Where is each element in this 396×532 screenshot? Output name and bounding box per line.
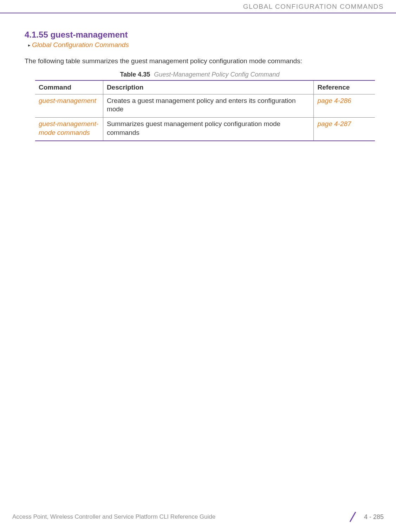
svg-line-0	[350, 512, 356, 522]
intro-paragraph: The following table summarizes the guest…	[25, 57, 375, 66]
cell-command: guest-management-mode commands	[35, 117, 103, 141]
command-table: Command Description Reference guest-mana…	[35, 80, 375, 142]
table-title: Guest-Management Policy Config Command	[154, 71, 279, 78]
cell-reference: page 4-287	[314, 117, 375, 141]
command-link[interactable]: guest-management-mode commands	[39, 120, 98, 136]
table-header-row: Command Description Reference	[35, 80, 375, 94]
command-link[interactable]: guest-management	[39, 97, 96, 104]
table-header-description: Description	[103, 80, 314, 94]
cell-description: Creates a guest management policy and en…	[103, 94, 314, 117]
table-label: Table 4.35	[120, 71, 150, 78]
footer-guide-title: Access Point, Wireless Controller and Se…	[12, 513, 215, 520]
page-number: 4 - 285	[364, 513, 384, 521]
page-header: GLOBAL CONFIGURATION COMMANDS	[0, 0, 396, 13]
cell-reference: page 4-286	[314, 94, 375, 117]
header-chapter-title: GLOBAL CONFIGURATION COMMANDS	[243, 3, 384, 10]
breadcrumb: ▸ Global Configuration Commands	[28, 41, 375, 49]
table-caption: Table 4.35 Guest-Management Policy Confi…	[25, 71, 375, 78]
page-content: 4.1.55 guest-management ▸ Global Configu…	[25, 30, 375, 141]
footer-right: 4 - 285	[346, 511, 384, 523]
reference-link[interactable]: page 4-286	[317, 97, 351, 104]
right-arrow-icon: ▸	[28, 42, 31, 48]
section-heading: 4.1.55 guest-management	[25, 30, 375, 40]
table-header-command: Command	[35, 80, 103, 94]
table-header-reference: Reference	[314, 80, 375, 94]
table-row: guest-management Creates a guest managem…	[35, 94, 375, 117]
cell-command: guest-management	[35, 94, 103, 117]
cell-description: Summarizes guest management policy confi…	[103, 117, 314, 141]
reference-link[interactable]: page 4-287	[317, 120, 351, 127]
slash-icon	[346, 511, 359, 523]
table-row: guest-management-mode commands Summarize…	[35, 117, 375, 141]
page-footer: Access Point, Wireless Controller and Se…	[12, 511, 384, 523]
breadcrumb-link[interactable]: Global Configuration Commands	[32, 41, 129, 49]
